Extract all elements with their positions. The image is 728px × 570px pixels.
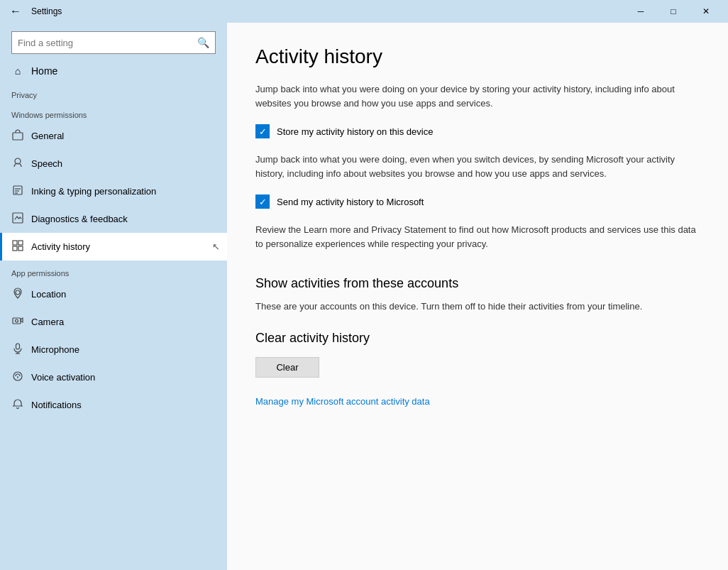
send-history-label: Send my activity history to Microsoft	[277, 197, 424, 207]
manage-link[interactable]: Manage my Microsoft account activity dat…	[255, 396, 430, 407]
checkbox-row-1: ✓ Store my activity history on this devi…	[255, 124, 700, 138]
app-title: Settings	[26, 6, 624, 16]
close-button[interactable]: ✕	[690, 0, 722, 23]
app-permissions-label: App permissions	[0, 261, 227, 280]
back-icon: ←	[10, 5, 21, 18]
main-content: Activity history Jump back into what you…	[227, 23, 728, 570]
show-activities-title: Show activities from these accounts	[255, 276, 700, 291]
speech-label: Speech	[31, 158, 62, 169]
svg-rect-12	[13, 318, 21, 324]
app-body: 🔍 ⌂ Home Privacy Windows permissions Gen…	[0, 23, 728, 570]
notifications-label: Notifications	[31, 400, 82, 410]
page-title: Activity history	[255, 45, 700, 68]
sidebar-item-diagnostics[interactable]: Diagnostics & feedback	[0, 205, 227, 233]
minimize-button[interactable]: ─	[624, 0, 657, 23]
sidebar-item-general[interactable]: General	[0, 122, 227, 150]
privacy-text: Review the Learn more and Privacy Statem…	[255, 223, 700, 251]
home-label: Home	[31, 65, 57, 77]
sidebar-item-voice[interactable]: Voice activation	[0, 363, 227, 391]
activity-label: Activity history	[31, 241, 90, 252]
inking-icon	[11, 185, 24, 198]
checkmark-1: ✓	[259, 127, 267, 136]
send-history-checkbox[interactable]: ✓	[255, 194, 270, 209]
middle-text: Jump back into what you were doing, even…	[255, 153, 700, 180]
activity-icon	[11, 240, 24, 253]
general-label: General	[31, 131, 64, 141]
manage-link-label: Manage my Microsoft account activity dat…	[255, 396, 430, 407]
windows-permissions-label: Windows permissions	[0, 102, 227, 122]
svg-rect-0	[13, 133, 23, 140]
microphone-label: Microphone	[31, 344, 79, 355]
search-icon[interactable]: 🔍	[197, 37, 209, 48]
checkmark-2: ✓	[259, 197, 267, 207]
sidebar-item-activity[interactable]: Activity history ↖	[0, 233, 227, 261]
checkbox-row-2: ✓ Send my activity history to Microsoft	[255, 194, 700, 209]
clear-section-title: Clear activity history	[255, 331, 700, 346]
spacer-1	[255, 265, 700, 276]
store-history-label: Store my activity history on this device	[277, 126, 433, 137]
sidebar-item-camera[interactable]: Camera	[0, 308, 227, 336]
cursor-indicator: ↖	[212, 241, 220, 252]
svg-rect-7	[13, 241, 17, 245]
search-input[interactable]	[18, 38, 197, 48]
intro-text: Jump back into what you were doing on yo…	[255, 82, 700, 110]
camera-label: Camera	[31, 317, 64, 327]
title-bar: ← Settings ─ □ ✕	[0, 0, 728, 23]
speech-icon	[11, 157, 24, 170]
voice-icon	[11, 371, 24, 384]
svg-rect-14	[16, 344, 20, 349]
diagnostics-icon	[11, 212, 24, 226]
general-icon	[11, 129, 24, 143]
voice-label: Voice activation	[31, 372, 95, 383]
svg-rect-10	[18, 246, 23, 251]
inking-label: Inking & typing personalization	[31, 186, 156, 197]
diagnostics-label: Diagnostics & feedback	[31, 214, 128, 224]
search-box[interactable]: 🔍	[11, 31, 216, 54]
sidebar-item-inking[interactable]: Inking & typing personalization	[0, 177, 227, 205]
svg-point-11	[16, 290, 20, 295]
sidebar-item-location[interactable]: Location	[0, 280, 227, 308]
svg-rect-9	[13, 246, 17, 251]
back-button[interactable]: ←	[6, 1, 26, 21]
sidebar-item-speech[interactable]: Speech	[0, 150, 227, 177]
sidebar: 🔍 ⌂ Home Privacy Windows permissions Gen…	[0, 23, 227, 570]
clear-button[interactable]: Clear	[255, 357, 319, 378]
notifications-icon	[11, 398, 24, 412]
privacy-section-heading: Privacy	[0, 82, 227, 102]
sidebar-item-home[interactable]: ⌂ Home	[0, 60, 227, 82]
location-icon	[11, 287, 24, 301]
close-icon: ✕	[702, 6, 710, 16]
svg-rect-8	[18, 241, 23, 245]
sidebar-item-microphone[interactable]: Microphone	[0, 336, 227, 363]
minimize-icon: ─	[638, 6, 644, 16]
window-controls: ─ □ ✕	[624, 0, 722, 23]
clear-button-label: Clear	[276, 362, 298, 373]
location-label: Location	[31, 289, 66, 300]
camera-icon	[11, 315, 24, 329]
maximize-button[interactable]: □	[657, 0, 690, 23]
svg-point-13	[16, 319, 18, 322]
show-activities-desc: These are your accounts on this device. …	[255, 300, 700, 314]
microphone-icon	[11, 343, 24, 356]
sidebar-item-notifications[interactable]: Notifications	[0, 391, 227, 419]
maximize-icon: □	[671, 6, 675, 16]
store-history-checkbox[interactable]: ✓	[255, 124, 270, 138]
home-icon: ⌂	[11, 65, 24, 77]
